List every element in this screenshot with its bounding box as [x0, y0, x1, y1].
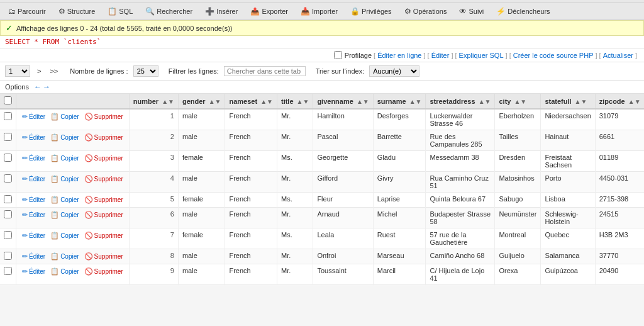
delete-icon: 🚫 — [84, 252, 93, 261]
delete-button[interactable]: 🚫 Supprimer — [82, 154, 125, 163]
explain-sql-link[interactable]: Expliquer SQL — [459, 52, 504, 59]
table-row: ✏ Éditer 📋 Copier 🚫 Supprimer 2 male Fre… — [0, 130, 644, 151]
th-streetaddress[interactable]: streetaddress ▲▼ — [426, 94, 495, 109]
sort-select[interactable]: Aucun(e) — [369, 65, 419, 77]
delete-button[interactable]: 🚫 Supprimer — [82, 267, 125, 276]
copy-button[interactable]: 📋 Copier — [48, 231, 80, 240]
delete-button[interactable]: 🚫 Supprimer — [82, 174, 125, 184]
table-row: ✏ Éditer 📋 Copier 🚫 Supprimer 1 male Fre… — [0, 109, 644, 130]
copy-button[interactable]: 📋 Copier — [48, 267, 80, 276]
row-actions-cell: ✏ Éditer 📋 Copier 🚫 Supprimer — [16, 228, 130, 249]
cell-gender: female — [178, 193, 225, 208]
edit-button[interactable]: ✏ Éditer — [20, 267, 47, 276]
table-body: ✏ Éditer 📋 Copier 🚫 Supprimer 1 male Fre… — [0, 109, 644, 285]
profiling-checkbox[interactable] — [334, 51, 342, 59]
edit-icon: ✏ — [22, 232, 28, 240]
nav-item-privileges[interactable]: 🔒Privilèges — [345, 4, 397, 18]
row-checkbox[interactable] — [4, 210, 12, 218]
delete-button[interactable]: 🚫 Supprimer — [82, 231, 125, 240]
copy-button[interactable]: 📋 Copier — [48, 133, 80, 142]
table-wrapper: number ▲▼ gender ▲▼ nameset ▲▼ title ▲▼ … — [0, 94, 644, 285]
nav-item-parcourir[interactable]: 🗂Parcourir — [3, 4, 52, 18]
declencheurs-icon: ⚡ — [496, 7, 506, 16]
th-givenname[interactable]: givenname ▲▼ — [313, 94, 373, 109]
delete-button[interactable]: 🚫 Supprimer — [82, 195, 125, 205]
th-zipcode[interactable]: zipcode ▲▼ — [595, 94, 644, 109]
cell-zipcode: 2715-398 — [595, 193, 644, 208]
th-number[interactable]: number ▲▼ — [129, 94, 178, 109]
select-all-checkbox[interactable] — [4, 96, 12, 104]
filter-input[interactable] — [224, 66, 306, 76]
cell-surname: Desforges — [373, 109, 426, 130]
nav-item-declencheurs[interactable]: ⚡Déclencheurs — [491, 4, 555, 18]
delete-button[interactable]: 🚫 Supprimer — [82, 133, 125, 142]
row-checkbox[interactable] — [4, 154, 12, 162]
edit-button[interactable]: ✏ Éditer — [20, 210, 47, 220]
delete-button[interactable]: 🚫 Supprimer — [82, 112, 125, 121]
edit-button[interactable]: ✏ Éditer — [20, 174, 47, 184]
edit-button[interactable]: ✏ Éditer — [20, 133, 47, 142]
row-checkbox[interactable] — [4, 267, 12, 275]
parcourir-icon: 🗂 — [8, 7, 16, 16]
last-page-button[interactable]: >> — [48, 67, 60, 76]
table-row: ✏ Éditer 📋 Copier 🚫 Supprimer 8 male Fre… — [0, 249, 644, 264]
copy-button[interactable]: 📋 Copier — [48, 252, 80, 261]
th-statefull[interactable]: statefull ▲▼ — [541, 94, 595, 109]
row-checkbox[interactable] — [4, 252, 12, 260]
th-surname[interactable]: surname ▲▼ — [373, 94, 426, 109]
copy-button[interactable]: 📋 Copier — [48, 154, 80, 163]
row-checkbox[interactable] — [4, 195, 12, 203]
page-select[interactable]: 1 — [5, 65, 30, 77]
row-actions: ✏ Éditer 📋 Copier 🚫 Supprimer — [20, 174, 125, 184]
nav-item-inserer[interactable]: ➕Insérer — [199, 4, 243, 18]
row-checkbox[interactable] — [4, 231, 12, 239]
nav-item-structure[interactable]: ⚙Structure — [53, 4, 101, 18]
arrow-right-icon[interactable]: → — [43, 82, 50, 91]
row-checkbox[interactable] — [4, 112, 12, 120]
table-row: ✏ Éditer 📋 Copier 🚫 Supprimer 9 male Fre… — [0, 264, 644, 285]
edit-link[interactable]: Éditer — [431, 52, 450, 59]
copy-icon: 📋 — [50, 133, 59, 142]
row-checkbox[interactable] — [4, 133, 12, 141]
copy-button[interactable]: 📋 Copier — [48, 112, 80, 121]
cell-surname: Ruest — [373, 228, 426, 249]
importer-icon: 📥 — [301, 7, 310, 16]
nav-item-exporter[interactable]: 📤Exporter — [245, 4, 294, 18]
copy-button[interactable]: 📋 Copier — [48, 174, 80, 184]
row-actions: ✏ Éditer 📋 Copier 🚫 Supprimer — [20, 210, 125, 220]
rows-select[interactable]: 25 — [133, 65, 158, 77]
edit-icon: ✏ — [22, 113, 28, 121]
th-title[interactable]: title ▲▼ — [277, 94, 313, 109]
arrow-left-icon[interactable]: ← — [34, 82, 42, 91]
copy-icon: 📋 — [50, 175, 59, 183]
edit-icon: ✏ — [22, 133, 28, 142]
copy-button[interactable]: 📋 Copier — [48, 195, 80, 205]
nav-item-suivi[interactable]: 👁Suivi — [453, 4, 489, 18]
create-php-link[interactable]: Créer le code source PHP — [513, 52, 594, 59]
nav-item-importer[interactable]: 📥Importer — [295, 4, 343, 18]
delete-button[interactable]: 🚫 Supprimer — [82, 210, 125, 220]
edit-button[interactable]: ✏ Éditer — [20, 154, 47, 163]
row-checkbox[interactable] — [4, 174, 12, 183]
cell-title: Mr. — [277, 130, 313, 151]
edit-button[interactable]: ✏ Éditer — [20, 252, 47, 261]
nav-item-operations[interactable]: ⚙Opérations — [399, 4, 453, 18]
copy-button[interactable]: 📋 Copier — [48, 210, 80, 220]
edit-button[interactable]: ✏ Éditer — [20, 231, 47, 240]
next-page-button[interactable]: > — [35, 67, 43, 76]
refresh-link[interactable]: Actualiser — [603, 52, 633, 59]
th-city[interactable]: city ▲▼ — [495, 94, 541, 109]
cell-city: Sabugo — [495, 193, 541, 208]
nav-item-rechercher[interactable]: 🔍Rechercher — [140, 4, 198, 18]
edit-button[interactable]: ✏ Éditer — [20, 195, 47, 205]
table-row: ✏ Éditer 📋 Copier 🚫 Supprimer 7 female F… — [0, 228, 644, 249]
cell-number: 5 — [129, 193, 178, 208]
edit-button[interactable]: ✏ Éditer — [20, 112, 47, 121]
delete-button[interactable]: 🚫 Supprimer — [82, 252, 125, 261]
th-nameset[interactable]: nameset ▲▼ — [225, 94, 277, 109]
edit-inline-link[interactable]: Éditer en ligne — [377, 52, 421, 59]
edit-icon: ✏ — [22, 252, 28, 261]
th-gender[interactable]: gender ▲▼ — [178, 94, 225, 109]
nav-item-sql[interactable]: 📋SQL — [102, 4, 138, 18]
row-actions-cell: ✏ Éditer 📋 Copier 🚫 Supprimer — [16, 193, 130, 208]
